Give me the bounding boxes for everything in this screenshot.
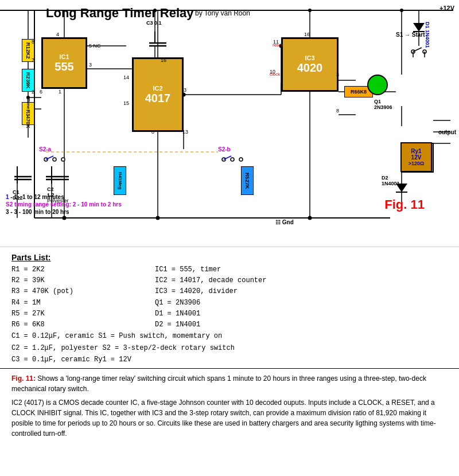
parts-grid: R1 = 2K2 R2 = 39K R3 = 470K (pot) R4 = 1…: [11, 264, 448, 330]
parts-bottom: C1 = 0.12μF, ceramic S1 = Push switch, m…: [11, 330, 448, 365]
ic2-pin16: 16: [161, 57, 166, 63]
svg-point-74: [231, 158, 234, 161]
d2-label: D2 1N4001: [382, 175, 400, 186]
power-label: +12V: [439, 5, 454, 11]
ic1-pin1: 1: [59, 89, 61, 95]
desc-fig11: Fig. 11: Shows a 'long-range timer relay…: [11, 373, 448, 394]
svg-marker-51: [413, 23, 425, 32]
ic2-chip: IC2 4017: [132, 57, 184, 132]
svg-point-48: [400, 9, 403, 12]
gnd-label: ☷ Gnd: [275, 219, 294, 225]
s2a-label: S2-a: [39, 146, 51, 153]
ic3-chip: IC3 4020: [281, 37, 339, 92]
ic1-pin4: 4: [56, 32, 59, 37]
ic3-pin8: 8: [336, 108, 339, 114]
s1-label: S1 → Start: [396, 32, 425, 38]
ic3-name: IC3: [305, 54, 314, 61]
parts-q1: Q1 = 2N3906: [155, 298, 448, 309]
desc-area: Fig. 11: Shows a 'long-range timer relay…: [0, 368, 459, 448]
parts-c3: C3 = 0.1μF, ceramic Ry1 = 12V: [11, 354, 448, 365]
parts-r2: R2 = 39K: [11, 275, 155, 286]
parts-r5: R5 = 27K: [11, 309, 155, 319]
ic3-reset-label: reset: [273, 42, 283, 48]
ic2-pin8: 8: [151, 129, 154, 135]
ic1-pin8: 8: [32, 39, 34, 45]
ic2-pin13: 13: [182, 129, 188, 135]
ic2-name: IC2: [153, 85, 162, 92]
svg-point-37: [308, 9, 312, 12]
parts-c1: C1 = 0.12μF, ceramic S1 = Push switch, m…: [11, 330, 448, 342]
parts-left-col: R1 = 2K2 R2 = 39K R3 = 470K (pot) R4 = 1…: [11, 264, 155, 330]
fig-label: Fig. 11: [384, 197, 425, 212]
q1-transistor: [367, 75, 388, 95]
nc-label: 5 NC: [89, 43, 101, 49]
parts-list-title: Parts List:: [11, 253, 448, 262]
svg-point-71: [61, 158, 65, 161]
circuit-diagram: Long Range Timer Relay by Tony van Roon …: [0, 0, 459, 247]
parts-r6: R6 = 6K8: [11, 319, 155, 330]
ic2-num: 4017: [145, 92, 171, 105]
parts-d1: D1 = 1N4001: [155, 309, 448, 319]
r3-resistor: Time R3 470K: [22, 102, 34, 125]
parts-ic1: IC1 = 555, timer: [155, 264, 448, 275]
ic1-pin2: 2: [32, 89, 34, 95]
svg-point-79: [308, 216, 312, 220]
r2-resistor: R2 39K: [22, 69, 34, 92]
parts-c2: C2 = 1.2μF, polyester S2 = 3-step/2-deck…: [11, 342, 448, 354]
q1-label: Q1 2N3906: [374, 99, 392, 110]
ic1-pin6: 6: [40, 89, 42, 95]
timing-legend: 1 - 1 - 1 to 12 minutes S2 timing range …: [6, 194, 122, 215]
output-label: output: [438, 129, 456, 135]
svg-point-80: [63, 216, 67, 220]
parts-r3: R3 = 470K (pot): [11, 286, 155, 297]
ic3-clock-label: clock: [270, 72, 280, 77]
s2b-label: S2-b: [218, 146, 231, 153]
parts-right-col: IC1 = 555, timer IC2 = 14017, decade cou…: [155, 264, 448, 330]
ic1-num: 555: [55, 60, 73, 73]
svg-point-70: [53, 158, 56, 161]
desc-ic2: IC2 (4017) is a CMOS decade counter IC, …: [11, 397, 448, 439]
ic2-pin15: 15: [123, 100, 129, 106]
svg-point-75: [239, 158, 243, 161]
circuit-title: Long Range Timer Relay: [46, 6, 194, 21]
ic3-num: 4020: [297, 61, 323, 75]
parts-area: Parts List: R1 = 2K2 R2 = 39K R3 = 470K …: [0, 247, 459, 368]
ic1-chip: IC1 555: [41, 37, 87, 89]
relay-box: Ry1 12V >120Ω: [400, 142, 432, 172]
d1-label: D1 1N4001: [425, 22, 430, 48]
ic1-pin7: 7: [32, 57, 34, 63]
r4-resistor: R4 1Meg: [114, 166, 126, 195]
ic3-pin3: 3: [336, 72, 339, 77]
ic2-pin3: 3: [184, 87, 186, 93]
parts-r1: R1 = 2K2: [11, 264, 155, 275]
parts-r4: R4 = 1M: [11, 298, 155, 309]
parts-ic3: IC3 = 14020, divider: [155, 286, 448, 297]
ic3-pin16: 16: [304, 32, 310, 37]
ic2-pin14: 14: [123, 75, 129, 80]
c3-label: C3 0.1: [146, 20, 162, 26]
ic1-pin3: 3: [89, 62, 92, 68]
r5-resistor: R5 27K: [241, 166, 254, 195]
svg-line-62: [413, 48, 422, 52]
parts-d2: D2 = 1N4001: [155, 319, 448, 330]
svg-point-81: [156, 216, 160, 220]
circuit-author: by Tony van Roon: [195, 9, 250, 17]
ic1-name: IC1: [59, 53, 69, 60]
parts-ic2: IC2 = 14017, decade counter: [155, 275, 448, 286]
